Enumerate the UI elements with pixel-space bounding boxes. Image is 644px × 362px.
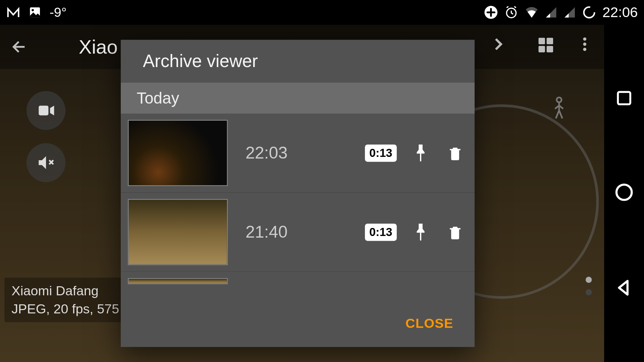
svg-point-9 — [583, 38, 586, 41]
pin-button[interactable] — [410, 142, 431, 164]
grid-view-button[interactable] — [536, 35, 555, 55]
svg-rect-8 — [547, 46, 553, 52]
archive-thumbnail[interactable] — [128, 278, 228, 284]
archive-time: 21:40 — [246, 223, 352, 242]
archive-list[interactable]: 22:03 0:13 21:40 0:13 — [121, 114, 475, 305]
svg-rect-14 — [618, 92, 630, 104]
close-button[interactable]: CLOSE — [406, 316, 453, 331]
alarm-icon — [504, 5, 518, 19]
svg-point-4 — [584, 7, 595, 18]
duration-badge: 0:13 — [365, 144, 397, 162]
record-button[interactable] — [26, 91, 65, 130]
home-button[interactable] — [614, 182, 634, 203]
signal-2-icon — [564, 6, 576, 18]
mute-button[interactable] — [26, 143, 65, 182]
duration-badge: 0:13 — [365, 224, 397, 241]
archive-item[interactable] — [121, 272, 475, 284]
svg-rect-12 — [39, 106, 48, 115]
svg-point-1 — [32, 9, 34, 11]
back-system-button[interactable] — [614, 278, 634, 298]
svg-rect-5 — [539, 38, 545, 44]
svg-rect-6 — [547, 38, 553, 44]
recents-button[interactable] — [615, 89, 633, 107]
back-button[interactable] — [9, 36, 30, 57]
person-detection-icon[interactable] — [549, 96, 569, 122]
app-notif-m-icon — [6, 5, 20, 19]
svg-point-13 — [557, 98, 562, 103]
wifi-icon — [525, 5, 539, 19]
dialog-section-header: Today — [121, 83, 475, 114]
statusbar-time: 22:06 — [602, 4, 638, 21]
pin-button[interactable] — [410, 222, 431, 243]
sync-icon — [582, 5, 596, 19]
svg-point-15 — [616, 185, 632, 200]
svg-rect-16 — [420, 154, 421, 161]
more-menu-button[interactable] — [576, 35, 594, 53]
delete-button[interactable] — [444, 222, 466, 243]
app-title: Xiao — [79, 36, 118, 58]
archive-viewer-dialog: Archive viewer Today 22:03 0:13 21:40 0:… — [121, 40, 475, 347]
image-notif-icon — [28, 6, 42, 19]
next-button[interactable] — [489, 35, 507, 53]
dialog-title: Archive viewer — [121, 40, 475, 83]
svg-rect-7 — [539, 46, 545, 52]
svg-point-11 — [583, 48, 586, 51]
archive-thumbnail[interactable] — [128, 120, 228, 186]
svg-rect-17 — [420, 233, 421, 240]
system-navbar — [604, 25, 644, 362]
plus-circle-icon — [484, 5, 498, 19]
statusbar: -9° 22:06 — [0, 0, 644, 25]
page-indicator — [586, 277, 592, 295]
archive-thumbnail[interactable] — [128, 199, 228, 265]
archive-item[interactable]: 21:40 0:13 — [121, 193, 475, 272]
delete-button[interactable] — [444, 142, 466, 164]
archive-time: 22:03 — [246, 143, 352, 163]
svg-point-10 — [583, 43, 586, 46]
temperature: -9° — [50, 5, 67, 20]
signal-1-icon — [545, 6, 557, 18]
archive-item[interactable]: 22:03 0:13 — [121, 114, 475, 193]
